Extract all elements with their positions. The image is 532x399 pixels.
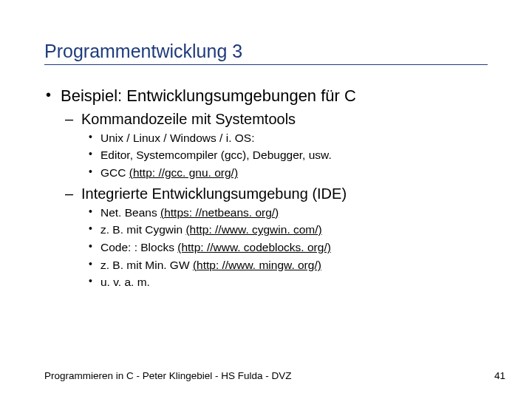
cmdline-gcc: GCC (http: //gcc. gnu. org/): [81, 165, 488, 181]
ide-codeblocks: Code: : Blocks (http: //www. codeblocks.…: [81, 239, 488, 256]
page-number: 41: [494, 370, 505, 381]
cmdline-os: Unix / Linux / Windows / i. OS:: [81, 130, 488, 146]
ide-netbeans: Net. Beans (https: //netbeans. org/): [81, 205, 488, 221]
body-list: Beispiel: Entwicklungsumgebungen für C K…: [44, 86, 488, 290]
sub-ide-label: Integrierte Entwicklungsumgebung (IDE): [81, 185, 347, 202]
cygwin-link[interactable]: (http: //www. cygwin. com/): [185, 223, 321, 236]
mingw-text: z. B. mit Min. GW: [100, 259, 193, 271]
ide-mingw: z. B. mit Min. GW (http: //www. mingw. o…: [81, 257, 488, 273]
ide-cygwin: z. B. mit Cygwin (http: //www. cygwin. c…: [81, 222, 488, 238]
slide-title: Programmentwicklung 3: [44, 41, 488, 62]
mingw-link[interactable]: (http: //www. mingw. org/): [193, 259, 321, 271]
ide-items: Net. Beans (https: //netbeans. org/) z. …: [81, 205, 488, 290]
sub-list: Kommandozeile mit Systemtools Unix / Lin…: [61, 109, 488, 291]
sub-cmdline-label: Kommandozeile mit Systemtools: [81, 111, 296, 127]
title-rule: Programmentwicklung 3: [44, 41, 488, 65]
sub-cmdline: Kommandozeile mit Systemtools Unix / Lin…: [61, 109, 488, 181]
slide: Programmentwicklung 3 Beispiel: Entwickl…: [0, 0, 532, 399]
cmdline-items: Unix / Linux / Windows / i. OS: Editor, …: [81, 130, 488, 181]
bullet-example: Beispiel: Entwicklungsumgebungen für C K…: [44, 86, 488, 290]
codeblocks-text: Code: : Blocks: [100, 241, 177, 253]
sub-ide: Integrierte Entwicklungsumgebung (IDE) N…: [61, 184, 488, 290]
netbeans-link[interactable]: (https: //netbeans. org/): [160, 206, 279, 219]
footer-text: Programmieren in C - Peter Klingebiel - …: [44, 370, 292, 381]
gcc-link[interactable]: (http: //gcc. gnu. org/): [129, 166, 238, 179]
cygwin-text: z. B. mit Cygwin: [100, 223, 185, 236]
ide-uvam: u. v. a. m.: [81, 274, 488, 290]
codeblocks-link[interactable]: (http: //www. codeblocks. org/): [177, 241, 331, 253]
gcc-text: GCC: [100, 166, 129, 179]
netbeans-text: Net. Beans: [100, 206, 160, 219]
bullet-example-label: Beispiel: Entwicklungsumgebungen für C: [61, 86, 356, 105]
cmdline-tools: Editor, Systemcompiler (gcc), Debugger, …: [81, 147, 488, 163]
